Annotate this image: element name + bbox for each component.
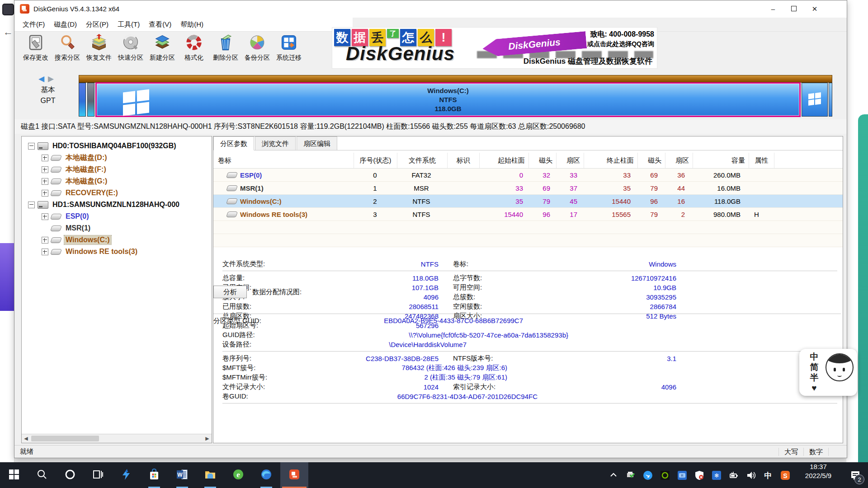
menu-item[interactable]: 工具(T) <box>113 19 144 30</box>
task-view-button[interactable] <box>84 462 112 488</box>
ime-floating-widget[interactable]: 中简半♥ <box>799 349 857 396</box>
column-header-终止柱面[interactable]: 终止柱面 <box>584 153 638 168</box>
app-explorer[interactable] <box>196 462 224 488</box>
action-center-button[interactable]: 2 <box>843 462 868 488</box>
app-diskgenius[interactable] <box>280 462 308 488</box>
column-header-容量[interactable]: 容量 <box>693 153 749 168</box>
toolbar-button-label: 格式化 <box>184 54 203 62</box>
search-button[interactable] <box>28 462 56 488</box>
tab-分区参数[interactable]: 分区参数 <box>213 136 254 150</box>
app-word[interactable]: W <box>168 462 196 488</box>
window-title: DiskGenius V5.4.3.1342 x64 <box>33 5 119 13</box>
tab-扇区编辑[interactable]: 扇区编辑 <box>297 136 337 150</box>
column-header-标识[interactable]: 标识 <box>448 153 480 168</box>
table-row-MSR(1)[interactable]: MSR(1)1MSR33693735794416.0MB <box>213 182 843 195</box>
toolbar-button-格式化[interactable]: 格式化 <box>178 32 210 68</box>
tray-volume-icon[interactable] <box>742 462 760 488</box>
toolbar-button-删除分区[interactable]: 删除分区 <box>210 32 241 68</box>
column-header-序号(状态)[interactable]: 序号(状态) <box>354 153 397 168</box>
next-disk-icon[interactable]: ▶ <box>48 75 57 83</box>
tree-item-Windows(C:)[interactable]: Windows(C:) <box>22 234 212 246</box>
table-row-Windows RE tools(3)[interactable]: Windows RE tools(3)3NTFS1544096171556579… <box>213 208 843 221</box>
scrollbar-thumb[interactable] <box>31 436 99 441</box>
app-thunder[interactable] <box>112 462 140 488</box>
tree-item-本地磁盘(G:)[interactable]: 本地磁盘(G:) <box>22 175 212 187</box>
tray-expand-icon[interactable] <box>605 462 622 488</box>
expander-icon[interactable] <box>42 155 48 161</box>
tray-defender-icon[interactable] <box>691 462 708 488</box>
segment-windows-re[interactable] <box>802 83 828 117</box>
menu-item[interactable]: 帮助(H) <box>176 19 208 30</box>
app-store[interactable] <box>140 462 168 488</box>
maximize-button[interactable] <box>783 0 804 18</box>
column-header-文件系统[interactable]: 文件系统 <box>397 153 448 168</box>
tree-item-本地磁盘(D:)[interactable]: 本地磁盘(D:) <box>22 152 212 164</box>
expander-icon[interactable] <box>42 237 48 244</box>
tray-nvidia-icon[interactable] <box>656 462 674 488</box>
app-browser-360[interactable]: e <box>224 462 252 488</box>
tray-printer-icon[interactable] <box>622 462 639 488</box>
ad-banner[interactable]: 数据丢了怎么! DiskGenius DiskGenius 致电: 400-00… <box>332 28 657 68</box>
segment-esp[interactable] <box>79 83 86 117</box>
tray-intel-icon[interactable]: R <box>674 462 691 488</box>
column-header-扇区[interactable]: 扇区 <box>557 153 584 168</box>
tree-item-HD0:TOSHIBAMQ04ABF100(932GB)[interactable]: HD0:TOSHIBAMQ04ABF100(932GB) <box>22 140 212 152</box>
app-edge[interactable] <box>252 462 280 488</box>
analyze-button[interactable]: 分析 <box>213 286 247 298</box>
detail-value: 107.1GB <box>302 284 439 291</box>
tray-sogou-icon[interactable]: S <box>777 462 794 488</box>
scroll-right-icon[interactable]: ▶ <box>203 434 212 443</box>
expander-icon[interactable] <box>28 143 35 150</box>
tree-horizontal-scrollbar[interactable]: ◀ ▶ <box>22 434 212 443</box>
toolbar-button-快速分区[interactable]: 快速分区 <box>115 32 146 68</box>
column-header-卷标[interactable]: 卷标 <box>213 153 354 168</box>
expander-icon[interactable] <box>42 190 48 197</box>
menu-item[interactable]: 查看(V) <box>144 19 176 30</box>
toolbar-button-搜索分区[interactable]: 搜索分区 <box>52 32 83 68</box>
column-header-属性[interactable]: 属性 <box>749 153 774 168</box>
toolbar-button-系统迁移[interactable]: 系统迁移 <box>273 32 305 68</box>
tree-item-HD1:SAMSUNGMZNLN128HAHQ-000[interactable]: HD1:SAMSUNGMZNLN128HAHQ-000 <box>22 199 212 211</box>
column-header-磁头[interactable]: 磁头 <box>638 153 665 168</box>
scroll-left-icon[interactable]: ◀ <box>22 434 30 443</box>
banner-contact[interactable]: 致电: 400-008-9958 或点击此处选择QQ咨询 <box>587 30 654 48</box>
disk-header-strip[interactable] <box>79 75 832 83</box>
toolbar-button-保存更改[interactable]: 保存更改 <box>20 32 52 68</box>
cortana-button[interactable] <box>56 462 84 488</box>
column-header-磁头[interactable]: 磁头 <box>529 153 557 168</box>
tab-浏览文件[interactable]: 浏览文件 <box>255 136 296 150</box>
menu-item[interactable]: 磁盘(D) <box>49 19 81 30</box>
toolbar-button-恢复文件[interactable]: 恢复文件 <box>83 32 115 68</box>
tree-item-RECOVERY(E:)[interactable]: RECOVERY(E:) <box>22 187 212 199</box>
expander-icon[interactable] <box>42 249 48 255</box>
expander-icon[interactable] <box>28 202 35 208</box>
tray-dingtalk-icon[interactable] <box>639 462 656 488</box>
tree-item-Windows RE tools(3)[interactable]: Windows RE tools(3) <box>22 246 212 258</box>
expander-icon[interactable] <box>42 178 48 185</box>
cell: 16.0MB <box>689 182 744 194</box>
table-row-Windows(C:)[interactable]: Windows(C:)2NTFS357945154409616118.0GB <box>213 195 843 208</box>
tray-ime-icon[interactable]: 中 <box>760 462 777 488</box>
tree-item-ESP(0)[interactable]: ESP(0) <box>22 211 212 222</box>
table-row-ESP(0)[interactable]: ESP(0)0FAT3203233336936260.0MB <box>213 169 843 182</box>
minimize-button[interactable]: – <box>763 0 783 18</box>
taskbar-clock[interactable]: 18:37 2022/5/9 <box>794 462 843 488</box>
prev-disk-icon[interactable]: ◀ <box>38 75 48 83</box>
column-header-起始柱面[interactable]: 起始柱面 <box>480 153 529 168</box>
segment-windows-c[interactable]: Windows(C:) NTFS 118.0GB <box>96 83 800 117</box>
tree-item-本地磁盘(F:)[interactable]: 本地磁盘(F:) <box>22 164 212 175</box>
toolbar-button-新建分区[interactable]: 新建分区 <box>146 32 178 68</box>
expander-icon[interactable] <box>42 213 48 220</box>
segment-msr[interactable] <box>87 83 94 117</box>
close-button[interactable]: ✕ <box>804 0 825 18</box>
tray-power-icon[interactable] <box>725 462 742 488</box>
menu-item[interactable]: 分区(P) <box>81 19 113 30</box>
toolbar-button-备份分区[interactable]: 备份分区 <box>241 32 273 68</box>
start-button[interactable] <box>0 462 28 488</box>
column-header-扇区[interactable]: 扇区 <box>665 153 693 168</box>
tray-snowflake-icon[interactable]: ❄ <box>708 462 725 488</box>
tree-item-MSR(1)[interactable]: MSR(1) <box>22 222 212 234</box>
banner-qq-label[interactable]: 或点击此处选择QQ咨询 <box>587 40 654 48</box>
menu-item[interactable]: 文件(F) <box>18 19 49 30</box>
expander-icon[interactable] <box>42 166 48 173</box>
